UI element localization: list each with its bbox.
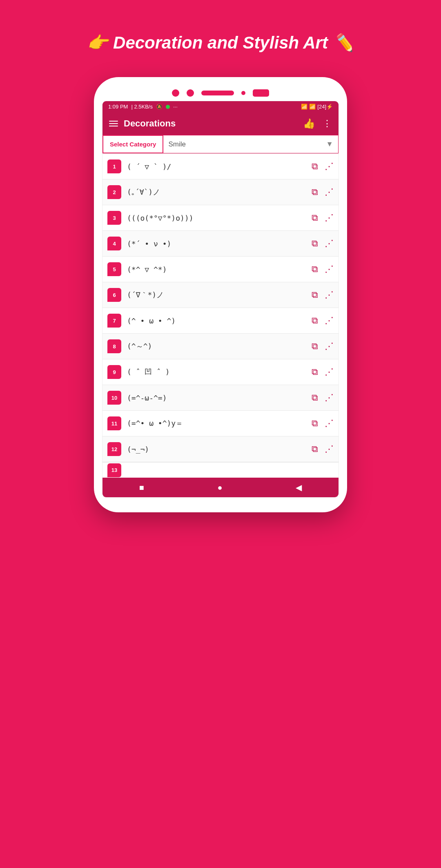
app-title-bar: 👉 Decoration and Stylish Art ✏️ (87, 33, 354, 53)
share-icon[interactable]: ⋰ (325, 238, 334, 249)
battery-label: [24]⚡ (317, 104, 333, 110)
list-item: 11 (=^• ω •^)y＝ ⧉ ⋰ (102, 411, 339, 436)
item-number-badge: 8 (107, 339, 121, 353)
list-item: 6 (´∇｀*)ノ ⧉ ⋰ (102, 282, 339, 308)
copy-icon[interactable]: ⧉ (312, 187, 318, 197)
item-text: (=^-ω-^=) (127, 394, 312, 402)
list-item-partial: 13 (102, 462, 339, 478)
item-text: ( ˆ 凹 ˆ ) (127, 367, 312, 377)
nav-square-button[interactable]: ■ (139, 483, 144, 492)
nav-back-button[interactable]: ◀ (296, 483, 302, 492)
status-dot (166, 105, 170, 109)
item-number-badge: 6 (107, 288, 121, 302)
item-number-badge: 3 (107, 211, 121, 225)
sensor-pill (201, 91, 234, 95)
list-item: 2 (｡´∀`)ノ ⧉ ⋰ (102, 179, 339, 205)
item-text: (｡´∀`)ノ (127, 187, 312, 197)
item-text: (^～^) (127, 341, 312, 351)
copy-icon[interactable]: ⧉ (312, 392, 318, 403)
copy-icon[interactable]: ⧉ (312, 290, 318, 300)
item-actions: ⧉ ⋰ (312, 238, 334, 249)
item-actions: ⧉ ⋰ (312, 161, 334, 172)
item-actions: ⧉ ⋰ (312, 290, 334, 300)
share-icon[interactable]: ⋰ (325, 264, 334, 275)
category-dropdown[interactable]: Smile ▼ (163, 135, 339, 153)
item-text: (=^• ω •^)y＝ (127, 418, 312, 428)
app-bar: Decorations 👍 ⋮ (102, 112, 339, 135)
item-actions: ⧉ ⋰ (312, 341, 334, 352)
list-item: 9 ( ˆ 凹 ˆ ) ⧉ ⋰ (102, 359, 339, 385)
item-number-badge: 4 (107, 237, 121, 250)
wifi-icon: 📶 (301, 104, 307, 110)
select-category-button[interactable]: Select Category (102, 135, 163, 153)
share-icon[interactable]: ⋰ (325, 187, 334, 197)
share-icon[interactable]: ⋰ (325, 418, 334, 429)
status-bar-right: 📶 📶 [24]⚡ (301, 104, 333, 110)
copy-icon[interactable]: ⧉ (312, 264, 318, 275)
share-icon[interactable]: ⋰ (325, 392, 334, 403)
phone-sensors (102, 89, 339, 97)
item-number-badge: 9 (107, 365, 121, 379)
list-item: 3 (((o(*°▽°*)o))) ⧉ ⋰ (102, 205, 339, 231)
share-icon[interactable]: ⋰ (325, 213, 334, 223)
copy-icon[interactable]: ⧉ (312, 341, 318, 352)
item-text: (¬_¬) (127, 445, 312, 454)
share-icon[interactable]: ⋰ (325, 444, 334, 454)
item-actions: ⧉ ⋰ (312, 315, 334, 326)
list-item: 5 (*^ ▽ ^*) ⧉ ⋰ (102, 257, 339, 282)
signal-icon: 📶 (309, 104, 316, 110)
item-number-badge: 11 (107, 416, 121, 430)
item-number-badge: 13 (107, 463, 121, 477)
decoration-list: 1 ( ´ ▽ ` )/ ⧉ ⋰ 2 (｡´∀`)ノ ⧉ ⋰ 3 (((o(*°… (102, 154, 339, 478)
status-time: 1:09 PM (108, 104, 128, 110)
hamburger-menu-icon[interactable] (109, 121, 118, 126)
list-item: 10 (=^-ω-^=) ⧉ ⋰ (102, 385, 339, 411)
share-icon[interactable]: ⋰ (325, 315, 334, 326)
item-text: ( ´ ▽ ` )/ (127, 162, 312, 171)
copy-icon[interactable]: ⧉ (312, 367, 318, 377)
list-item: 8 (^～^) ⧉ ⋰ (102, 334, 339, 359)
item-actions: ⧉ ⋰ (312, 392, 334, 403)
item-number-badge: 1 (107, 159, 121, 173)
share-icon[interactable]: ⋰ (325, 290, 334, 300)
phone-bottom (102, 498, 339, 504)
sensor-circle-1 (172, 89, 179, 97)
status-bell-icon: 🔕 (156, 104, 163, 110)
share-icon[interactable]: ⋰ (325, 341, 334, 352)
item-number-badge: 5 (107, 262, 121, 276)
title-emoji-right: ✏️ (333, 33, 354, 52)
list-item: 12 (¬_¬) ⧉ ⋰ (102, 436, 339, 462)
list-item: 7 (^ • ω • ^) ⧉ ⋰ (102, 308, 339, 334)
list-item: 4 (*´ • ν •) ⧉ ⋰ (102, 231, 339, 257)
item-number-badge: 7 (107, 314, 121, 328)
nav-circle-button[interactable]: ● (217, 483, 222, 492)
item-number-badge: 10 (107, 391, 121, 405)
copy-icon[interactable]: ⧉ (312, 418, 318, 429)
copy-icon[interactable]: ⧉ (312, 161, 318, 172)
copy-icon[interactable]: ⧉ (312, 315, 318, 326)
app-bar-right: 👍 ⋮ (303, 118, 332, 129)
item-text: (*^ ▽ ^*) (127, 265, 312, 274)
share-icon[interactable]: ⋰ (325, 161, 334, 172)
status-more: ··· (173, 104, 178, 110)
app-bar-left: Decorations (109, 118, 176, 129)
bottom-nav: ■ ● ◀ (102, 478, 339, 497)
share-icon[interactable]: ⋰ (325, 367, 334, 377)
copy-icon[interactable]: ⧉ (312, 238, 318, 249)
copy-icon[interactable]: ⧉ (312, 213, 318, 223)
title-emoji-left: 👉 (87, 33, 108, 52)
list-item: 1 ( ´ ▽ ` )/ ⧉ ⋰ (102, 154, 339, 179)
item-number-badge: 2 (107, 185, 121, 199)
thumbs-up-icon[interactable]: 👍 (303, 118, 315, 129)
item-actions: ⧉ ⋰ (312, 213, 334, 223)
item-text: (^ • ω • ^) (127, 317, 312, 325)
more-options-icon[interactable]: ⋮ (323, 118, 332, 129)
app-bar-title: Decorations (124, 118, 176, 129)
copy-icon[interactable]: ⧉ (312, 444, 318, 454)
phone-screen: 1:09 PM | 2.5KB/s 🔕 ··· 📶 📶 [24]⚡ (102, 101, 339, 498)
sensor-circle-2 (187, 89, 194, 97)
status-speed: | 2.5KB/s (131, 104, 153, 110)
item-actions: ⧉ ⋰ (312, 187, 334, 197)
status-bar-left: 1:09 PM | 2.5KB/s 🔕 ··· (108, 104, 178, 110)
item-actions: ⧉ ⋰ (312, 367, 334, 377)
